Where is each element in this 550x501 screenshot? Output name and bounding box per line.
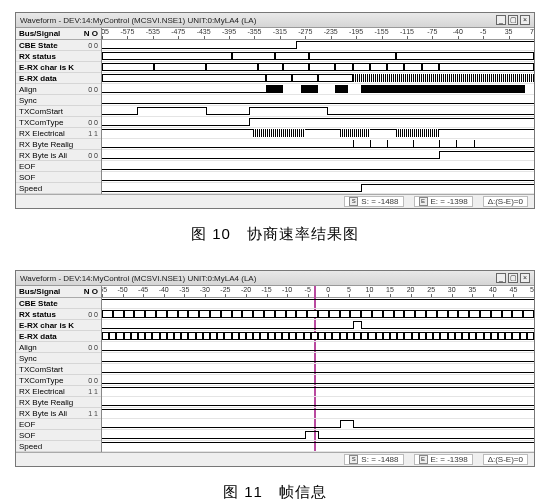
signal-row[interactable]: SOF xyxy=(16,430,101,441)
marker-s-button[interactable]: S xyxy=(349,197,358,206)
ruler-tick-label: -5 xyxy=(480,28,486,35)
waveform-lane xyxy=(102,128,534,139)
waveform-lane xyxy=(102,353,534,364)
ruler-tick-label: -535 xyxy=(146,28,160,35)
waveform-lane xyxy=(102,309,534,320)
bus-cell xyxy=(469,310,480,318)
ruler-tick-label: -395 xyxy=(222,28,236,35)
window-titlebar[interactable]: Waveform - DEV:14:MyControl (MCSVI.NSE1)… xyxy=(16,271,534,286)
signal-row[interactable]: Align0 0 xyxy=(16,84,101,95)
signal-row[interactable]: RX status0 0 xyxy=(16,309,101,320)
bus-cell xyxy=(224,332,231,340)
marker-e-button[interactable]: E xyxy=(419,197,428,206)
bus-cell xyxy=(268,332,275,340)
bus-cell xyxy=(469,332,476,340)
signal-row[interactable]: TXComType0 0 xyxy=(16,117,101,128)
status-e: EE: = -1398 xyxy=(414,196,473,207)
signal-row[interactable]: E-RX data xyxy=(16,73,101,84)
minimize-icon[interactable]: _ xyxy=(496,15,506,25)
bus-cell xyxy=(286,310,297,318)
waveform-segment xyxy=(102,372,534,373)
waveform-segment xyxy=(253,129,305,137)
waveform-lane xyxy=(102,397,534,408)
signal-name: TXComStart xyxy=(19,106,63,116)
signal-row[interactable]: Speed xyxy=(16,183,101,194)
waveform-segment xyxy=(361,184,534,185)
signal-row[interactable]: TXComStart xyxy=(16,106,101,117)
dense-bus xyxy=(353,74,534,82)
window-title: Waveform - DEV:14:MyControl (MCSVI.NSE1)… xyxy=(20,271,256,286)
signal-row[interactable]: CBE State xyxy=(16,298,101,309)
signal-value: 0 0 xyxy=(88,117,98,127)
bus-cell xyxy=(512,332,519,340)
signal-row[interactable]: Speed xyxy=(16,441,101,452)
signal-row[interactable]: E-RX data xyxy=(16,331,101,342)
bus-segment xyxy=(283,63,309,71)
block xyxy=(335,85,348,93)
signal-row[interactable]: TXComType0 0 xyxy=(16,375,101,386)
block xyxy=(361,85,525,93)
waveform-area[interactable]: -605-575-535-475-435-395-355-315-275-235… xyxy=(102,28,534,194)
signal-row[interactable]: RX Byte is Ali0 0 xyxy=(16,150,101,161)
signal-value: 0 0 xyxy=(88,309,98,319)
signal-row[interactable]: RX Electrical1 1 xyxy=(16,128,101,139)
waveform-lane xyxy=(102,441,534,452)
bus-cell xyxy=(167,332,174,340)
bus-cell xyxy=(419,332,426,340)
signal-row[interactable]: RX Electrical1 1 xyxy=(16,386,101,397)
signal-name: RX status xyxy=(19,51,56,61)
signal-row[interactable]: RX Byte Realig xyxy=(16,139,101,150)
signal-row[interactable]: CBE State0 0 xyxy=(16,40,101,51)
bus-cell xyxy=(476,332,483,340)
signal-row[interactable]: RX status xyxy=(16,51,101,62)
signal-row[interactable]: TXComStart xyxy=(16,364,101,375)
bus-cell xyxy=(512,310,523,318)
ruler-tick-label: -50 xyxy=(118,286,128,293)
signal-name: CBE State xyxy=(19,298,58,308)
waveform-area[interactable]: -55-50-45-40-35-30-25-20-15-10-505101520… xyxy=(102,286,534,452)
bus-cell xyxy=(329,310,340,318)
bus-segment xyxy=(102,52,232,60)
col-header-vals: N O xyxy=(84,29,98,38)
close-icon[interactable]: × xyxy=(520,15,530,25)
bus-cell xyxy=(109,332,116,340)
maximize-icon[interactable]: ▢ xyxy=(508,15,518,25)
bus-cell xyxy=(433,332,440,340)
marker-s-button[interactable]: S xyxy=(349,455,358,464)
minimize-icon[interactable]: _ xyxy=(496,273,506,283)
signal-row[interactable]: EOF xyxy=(16,161,101,172)
waveform-lane xyxy=(102,106,534,117)
signal-name: TXComType xyxy=(19,117,63,127)
marker-e-button[interactable]: E xyxy=(419,455,428,464)
signal-row[interactable]: RX Byte Realig xyxy=(16,397,101,408)
close-icon[interactable]: × xyxy=(520,273,530,283)
bus-cell xyxy=(372,310,383,318)
signal-row[interactable]: SOF xyxy=(16,172,101,183)
waveform-segment xyxy=(102,114,137,115)
waveform-segment xyxy=(353,427,534,428)
col-header-name: Bus/Signal xyxy=(19,287,60,296)
bus-cell xyxy=(124,332,131,340)
signal-name: Align xyxy=(19,84,37,94)
waveform-segment xyxy=(249,118,534,119)
signal-row[interactable]: EOF xyxy=(16,419,101,430)
signal-row[interactable]: E-RX char is K xyxy=(16,320,101,331)
bus-cell xyxy=(242,310,253,318)
window-title: Waveform - DEV:14:MyControl (MCSVI.NSE1)… xyxy=(20,13,256,28)
signal-row[interactable]: Align0 0 xyxy=(16,342,101,353)
signal-value: 0 0 xyxy=(88,150,98,160)
maximize-icon[interactable]: ▢ xyxy=(508,273,518,283)
col-header-name: Bus/Signal xyxy=(19,29,60,38)
window-titlebar[interactable]: Waveform - DEV:14:MyControl (MCSVI.NSE1)… xyxy=(16,13,534,28)
bus-cell xyxy=(491,332,498,340)
bus-cell xyxy=(394,310,405,318)
ruler-tick-label: -115 xyxy=(400,28,414,35)
signal-row[interactable]: RX Byte is Ali1 1 xyxy=(16,408,101,419)
signal-row[interactable]: Sync xyxy=(16,95,101,106)
waveform-segment xyxy=(102,350,534,351)
bus-cell xyxy=(404,310,415,318)
figure-11: Waveform - DEV:14:MyControl (MCSVI.NSE1)… xyxy=(12,270,538,501)
signal-row[interactable]: E-RX char is K xyxy=(16,62,101,73)
signal-row[interactable]: Sync xyxy=(16,353,101,364)
ruler-tick-label: -35 xyxy=(179,286,189,293)
